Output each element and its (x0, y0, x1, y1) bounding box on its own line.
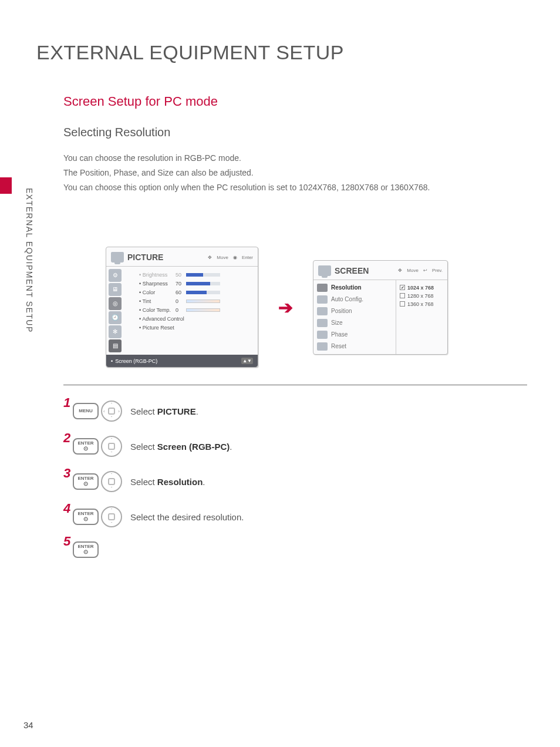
remote-key-button: ENTER⊙ (73, 509, 99, 525)
step-label: Select PICTURE. (130, 406, 198, 416)
step-label: Select Resolution. (130, 477, 205, 487)
picture-osd: PICTURE ✥ Move ◉ Enter ⚙ 🖥 ◎ 🕘 ✻ ▤ • Bri (106, 247, 258, 368)
step-number: 2 (63, 430, 67, 446)
osd-tab-icon[interactable]: ⚙ (109, 269, 122, 282)
nav-dpad-icon: ‹›ˆˇ (101, 401, 122, 422)
step-label: Select the desired resolution. (130, 512, 244, 522)
nav-enter-label: Enter (242, 255, 253, 260)
picture-item[interactable]: • Color60 (139, 288, 253, 297)
picture-item[interactable]: • Brightness50 (139, 270, 253, 279)
picture-item[interactable]: • Picture Reset (139, 323, 253, 332)
divider (63, 385, 527, 385)
step-number: 4 (63, 501, 67, 516)
osd-tab-icon[interactable]: 🕘 (109, 311, 122, 324)
monitor-icon (111, 252, 124, 263)
osd-tab-icon[interactable]: ▤ (109, 339, 122, 352)
step-number: 3 (63, 466, 67, 481)
side-label: EXTERNAL EQUIPMENT SETUP (25, 188, 34, 333)
picture-item[interactable]: • Advanced Control (139, 314, 253, 323)
arrow-right-icon: ➔ (278, 297, 293, 318)
nav-prev-label: Prev. (432, 268, 443, 273)
monitor-icon (318, 265, 331, 276)
picture-footer[interactable]: Screen (RGB-PC) (115, 358, 157, 364)
step-number: 1 (63, 395, 67, 410)
picture-osd-title: PICTURE (127, 253, 163, 262)
screen-menu-item[interactable]: Resolution (317, 284, 392, 292)
body-line: You can choose this option only when the… (63, 180, 527, 195)
osd-bullet-icon: • (111, 358, 113, 364)
nav-move-icon: ✥ (208, 255, 212, 260)
remote-key-button: MENU (73, 403, 99, 419)
nav-dpad-icon: ˆˇ (101, 506, 122, 527)
spinner-icon[interactable]: ▲▼ (241, 358, 253, 364)
nav-move-label: Move (407, 268, 419, 273)
nav-dpad-icon: ˆˇ (101, 436, 122, 457)
nav-dpad-icon: ˆˇ (101, 471, 122, 492)
step-row: 2 ENTER⊙ ˆˇ Select Screen (RGB-PC). (63, 436, 244, 457)
picture-item[interactable]: • Color Temp.0 (139, 305, 253, 314)
step-row: 3 ENTER⊙ ˆˇ Select Resolution. (63, 471, 244, 492)
osd-tab-icon[interactable]: 🖥 (109, 283, 122, 296)
subsection-title: Selecting Resolution (63, 126, 527, 139)
nav-prev-icon: ↩ (423, 268, 427, 273)
resolution-option[interactable]: 1280 x 768 (400, 292, 444, 300)
screen-menu-item[interactable]: Size (317, 319, 392, 327)
nav-move-label: Move (217, 255, 228, 260)
step-number: 5 (63, 534, 67, 549)
osd-tab-icon[interactable]: ◎ (109, 297, 122, 310)
section-title: Screen Setup for PC mode (63, 94, 527, 109)
nav-enter-icon: ◉ (233, 255, 237, 260)
screen-menu-item[interactable]: Reset (317, 342, 392, 351)
picture-item[interactable]: • Tint0 (139, 297, 253, 305)
body-line: You can choose the resolution in RGB-PC … (63, 151, 527, 166)
step-row: 1 MENU ‹›ˆˇ Select PICTURE. (63, 401, 244, 422)
picture-item[interactable]: • Sharpness70 (139, 279, 253, 288)
resolution-option[interactable]: ✓1024 x 768 (400, 284, 444, 292)
screen-osd: SCREEN ✥ Move ↩ Prev. ResolutionAuto Con… (313, 260, 448, 355)
remote-key-button: ENTER⊙ (73, 473, 99, 490)
step-row: 4 ENTER⊙ ˆˇ Select the desired resolutio… (63, 506, 244, 527)
nav-move-icon: ✥ (398, 268, 402, 273)
body-line: The Position, Phase, and Size can also b… (63, 166, 527, 180)
screen-osd-title: SCREEN (335, 266, 369, 275)
remote-key-button: ENTER⊙ (73, 541, 99, 558)
screen-menu-item[interactable]: Phase (317, 331, 392, 339)
page-title: EXTERNAL EQUIPMENT SETUP (36, 41, 344, 64)
step-label: Select Screen (RGB-PC). (130, 442, 232, 452)
resolution-option[interactable]: 1360 x 768 (400, 300, 444, 308)
step-row: 5 ENTER⊙ (63, 541, 244, 558)
remote-key-button: ENTER⊙ (73, 438, 99, 455)
body-text: You can choose the resolution in RGB-PC … (63, 151, 527, 196)
osd-tab-icon[interactable]: ✻ (109, 325, 122, 338)
page-number: 34 (23, 720, 33, 730)
screen-menu-item[interactable]: Position (317, 307, 392, 315)
screen-menu-item[interactable]: Auto Config. (317, 295, 392, 304)
side-tab (0, 177, 12, 194)
